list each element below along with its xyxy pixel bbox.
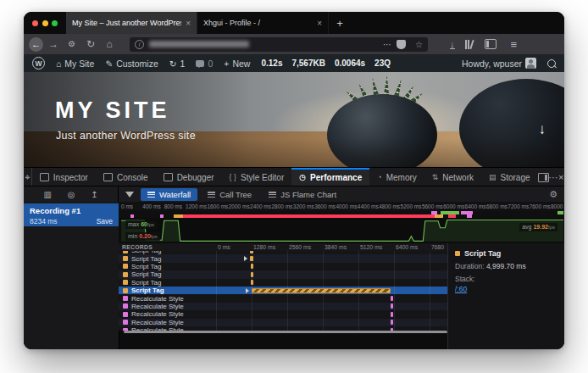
ruler-tick: 5600 ms [422, 203, 443, 209]
view-tab-label: JS Flame Chart [280, 190, 336, 199]
view-tab-call-tree[interactable]: Call Tree [201, 188, 258, 201]
library-icon[interactable] [465, 40, 474, 49]
record-row-style[interactable]: Recalculate Style [119, 294, 447, 302]
devtools-tab-memory[interactable]: ◔Memory [369, 168, 424, 186]
developer-wrench-icon[interactable]: ⚙ [64, 36, 80, 53]
devtools-tab-storage[interactable]: ▤Storage [481, 168, 538, 186]
reload-button[interactable]: ↻ [82, 36, 99, 52]
fps-graph[interactable]: max 60fps min 0.20fps avg 19.92fps [119, 218, 564, 244]
performance-toolbar: ▥ ◎ ↥ WaterfallCall TreeJS Flame Chart ⚙ [24, 186, 564, 203]
record-row-style[interactable]: Recalculate Style [119, 303, 447, 310]
record-bar[interactable] [250, 256, 253, 261]
record-row-track [214, 270, 447, 278]
record-row-script[interactable]: Script Tag [119, 279, 447, 287]
ruler-tick: 4400 ms [358, 203, 379, 209]
record-row-track [214, 254, 447, 262]
recording-item[interactable]: Recording #1 8234 ms Save [24, 203, 119, 226]
back-button[interactable]: ← [29, 37, 43, 52]
admin-customize-link[interactable]: ✎ Customize [105, 58, 158, 69]
record-bar[interactable] [391, 320, 393, 325]
record-icon[interactable]: ◎ [68, 190, 75, 199]
record-row-track [214, 294, 447, 302]
stack-frame-link[interactable]: /:60 [455, 285, 467, 293]
devtools-tab-inspector[interactable]: Inspector [32, 168, 96, 186]
forward-icon: → [48, 38, 58, 50]
pocket-icon[interactable] [397, 40, 406, 49]
devtools-tab-style-editor[interactable]: { }Style Editor [222, 168, 292, 186]
downloads-icon[interactable]: ↓ [450, 40, 455, 49]
admin-comments-link[interactable]: 0 [196, 58, 213, 69]
dock-side-button[interactable] [538, 168, 549, 186]
pick-element-button[interactable]: ⌖ [24, 168, 32, 186]
view-tab-label: Call Tree [219, 190, 252, 199]
admin-my-site-link[interactable]: ⌂ My Site [56, 58, 94, 69]
menu-hamburger-icon[interactable]: ≡ [511, 38, 518, 51]
record-bar[interactable] [251, 280, 253, 285]
ruler-tick: 7600 ms [530, 203, 551, 209]
filter-icon[interactable] [125, 192, 134, 198]
record-row-style[interactable]: Recalculate Style [119, 310, 447, 318]
minimize-window-button[interactable] [42, 20, 48, 26]
tab-label: Console [117, 173, 148, 182]
view-tab-waterfall[interactable]: Waterfall [141, 188, 197, 201]
record-bar[interactable] [251, 264, 254, 269]
devtools-meatball-menu[interactable]: ⋯ [549, 168, 558, 186]
comments-count: 0 [208, 58, 213, 69]
close-tab-icon[interactable]: × [186, 19, 191, 28]
expand-arrow-icon[interactable] [246, 288, 249, 293]
save-recording-link[interactable]: Save [97, 217, 113, 225]
view-tab-js-flame-chart[interactable]: JS Flame Chart [262, 188, 343, 201]
record-bar[interactable] [391, 312, 393, 317]
scroll-down-arrow[interactable]: ↓ [539, 121, 546, 138]
pencil-icon: ✎ [105, 58, 113, 69]
sidebar-toggle-icon[interactable] [485, 39, 496, 49]
admin-updates-link[interactable]: ↻ 1 [169, 58, 186, 69]
wordpress-logo-icon[interactable]: W [32, 57, 45, 70]
devtools-tab-network[interactable]: ⇅Network [424, 168, 481, 186]
record-row-script[interactable]: Script Tag [119, 270, 447, 278]
bookmark-star-icon[interactable]: ☆ [415, 40, 423, 49]
record-label: Recalculate Style [131, 310, 184, 318]
site-info-icon[interactable]: i [135, 40, 144, 49]
close-window-button[interactable] [32, 20, 38, 26]
admin-new-link[interactable]: + New [224, 58, 250, 69]
window-controls[interactable] [24, 12, 66, 34]
tab-xhgui[interactable]: Xhgui - Profile - / × [197, 12, 329, 34]
query-monitor-stats[interactable]: 0.12s7,567KB0.0064s23Q [261, 58, 391, 68]
forward-button[interactable]: → [45, 36, 62, 52]
home-button[interactable]: ⌂ [101, 36, 118, 52]
admin-account-link[interactable]: Howdy, wpuser [462, 58, 536, 69]
zoom-window-button[interactable] [52, 20, 58, 26]
new-tab-button[interactable]: + [329, 12, 351, 34]
tab-my-site[interactable]: My Site – Just another WordPress S × [66, 12, 197, 34]
stat-value: 7,567KB [291, 58, 325, 68]
record-row-script[interactable]: Script Tag [119, 263, 447, 270]
import-recording-icon[interactable]: ↥ [91, 190, 97, 199]
house-icon: ⌂ [56, 58, 61, 69]
record-row-script[interactable]: Script Tag [119, 287, 447, 294]
record-bar[interactable] [251, 272, 254, 277]
horizontal-scrollbar[interactable] [124, 331, 447, 333]
record-bar[interactable] [391, 303, 393, 309]
record-row-script[interactable]: Script Tag [119, 254, 447, 262]
recordings-sidebar: Recording #1 8234 ms Save [24, 202, 119, 349]
record-bar[interactable] [250, 251, 253, 253]
url-bar[interactable]: i ⋯ ☆ [130, 37, 428, 52]
search-icon[interactable] [547, 59, 556, 68]
record-row-style[interactable]: Recalculate Style [119, 319, 447, 326]
performance-icon: ◷ [299, 173, 306, 181]
dock-side-icon [538, 173, 549, 182]
settings-gear-icon[interactable]: ⚙ [549, 189, 557, 200]
clear-recordings-icon[interactable]: ▥ [43, 190, 51, 199]
devtools-tab-console[interactable]: Console [96, 168, 156, 186]
devtools-tab-debugger[interactable]: Debugger [156, 168, 222, 186]
record-bar[interactable] [252, 288, 391, 293]
devtools-tab-performance[interactable]: ◷Performance [291, 168, 369, 186]
devtools-close-button[interactable]: × [558, 168, 564, 186]
record-bar[interactable] [391, 296, 393, 301]
page-actions-icon[interactable]: ⋯ [383, 40, 391, 49]
tab-bar: My Site – Just another WordPress S × Xhg… [24, 12, 564, 34]
close-tab-icon[interactable]: × [317, 19, 322, 28]
records-list: Script TagScript TagScript TagScript Tag… [119, 251, 447, 331]
expand-arrow-icon[interactable] [244, 256, 247, 261]
